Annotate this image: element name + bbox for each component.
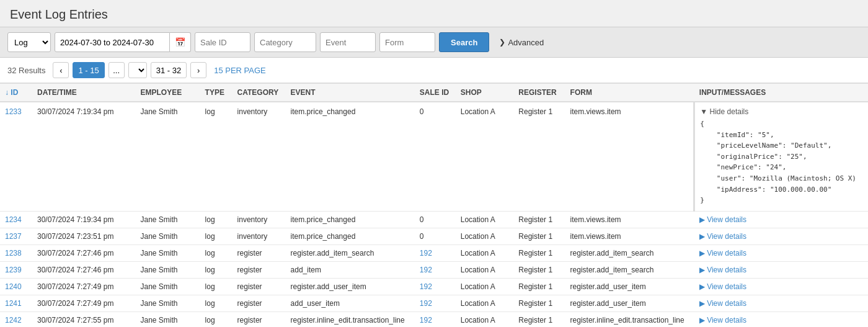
- row-id-link[interactable]: 1238: [5, 249, 22, 258]
- cell-sale-id: 192: [415, 295, 456, 311]
- table-row: 1233 30/07/2024 7:19:34 pm Jane Smith lo…: [0, 102, 868, 211]
- cell-event: register.add_user_item: [286, 278, 415, 295]
- toolbar: Log 📅 Search ❯ Advanced: [0, 27, 868, 58]
- cell-shop: Location A: [456, 102, 514, 211]
- view-details-link[interactable]: ▶ View details: [699, 215, 746, 224]
- prev-icon: ‹: [60, 66, 62, 75]
- cell-details-expanded: ▼ Hide details { "itemId": "5", "priceLe…: [694, 102, 868, 211]
- cell-event: register.add_item_search: [286, 244, 415, 261]
- cell-category: register: [232, 244, 286, 261]
- cell-action: ▶ View details: [694, 244, 868, 261]
- cell-shop: Location A: [456, 228, 514, 244]
- cell-id: 1233: [0, 102, 32, 211]
- cell-event: add_user_item: [286, 295, 415, 311]
- cell-form: register.inline_edit.transaction_line: [565, 311, 694, 327]
- col-form[interactable]: FORM: [565, 84, 694, 102]
- cell-form: item.views.item: [565, 211, 694, 228]
- cell-sale-id: 192: [415, 261, 456, 278]
- col-event[interactable]: EVENT: [286, 84, 415, 102]
- row-id-link[interactable]: 1233: [5, 107, 22, 116]
- cell-register: Register 1: [513, 261, 565, 278]
- col-employee[interactable]: EMPLOYEE: [136, 84, 200, 102]
- view-details-link[interactable]: ▶ View details: [699, 249, 746, 258]
- next-page-button[interactable]: ›: [190, 62, 206, 78]
- cell-register: Register 1: [513, 228, 565, 244]
- category-input[interactable]: [254, 32, 316, 52]
- row-id-link[interactable]: 1239: [5, 266, 22, 274]
- col-type[interactable]: TYPE: [200, 84, 232, 102]
- view-details-link[interactable]: ▶ View details: [699, 299, 746, 308]
- form-input[interactable]: [379, 32, 435, 52]
- cell-sale-id: 0: [415, 102, 456, 211]
- table-row: 1238 30/07/2024 7:27:46 pm Jane Smith lo…: [0, 244, 868, 261]
- table-row: 1242 30/07/2024 7:27:55 pm Jane Smith lo…: [0, 311, 868, 327]
- col-datetime[interactable]: DATE/TIME: [32, 84, 135, 102]
- cell-datetime: 30/07/2024 7:27:55 pm: [32, 311, 135, 327]
- cell-form: item.views.item: [565, 102, 694, 211]
- row-id-link[interactable]: 1242: [5, 316, 22, 325]
- active-page-button[interactable]: 1 - 15: [73, 62, 104, 78]
- cell-employee: Jane Smith: [136, 244, 200, 261]
- last-pages-button[interactable]: 31 - 32: [151, 62, 187, 78]
- cell-id: 1238: [0, 244, 32, 261]
- cell-sale-id: 192: [415, 244, 456, 261]
- view-details-link[interactable]: ▶ View details: [699, 266, 746, 274]
- cell-id: 1237: [0, 228, 32, 244]
- col-category[interactable]: CATEGORY: [232, 84, 286, 102]
- hide-details-toggle[interactable]: ▼ Hide details: [700, 107, 863, 116]
- cell-event: register.inline_edit.transaction_line: [286, 311, 415, 327]
- cell-form: register.add_item_search: [565, 261, 694, 278]
- cell-employee: Jane Smith: [136, 211, 200, 228]
- cell-datetime: 30/07/2024 7:19:34 pm: [32, 211, 135, 228]
- cell-id: 1240: [0, 278, 32, 295]
- cell-type: log: [200, 244, 232, 261]
- cell-shop: Location A: [456, 311, 514, 327]
- search-button[interactable]: Search: [439, 32, 489, 52]
- date-range-wrapper: 📅: [55, 32, 191, 52]
- cell-type: log: [200, 102, 232, 211]
- page-jump-select[interactable]: [128, 62, 147, 78]
- col-id[interactable]: ↓ ID: [0, 84, 32, 102]
- table-header: ↓ ID DATE/TIME EMPLOYEE TYPE CATEGORY EV…: [0, 84, 868, 102]
- cell-datetime: 30/07/2024 7:23:51 pm: [32, 228, 135, 244]
- sale-id-input[interactable]: [195, 32, 250, 52]
- date-range-input[interactable]: [55, 32, 170, 52]
- cell-shop: Location A: [456, 261, 514, 278]
- view-details-link[interactable]: ▶ View details: [699, 316, 746, 325]
- cell-type: log: [200, 228, 232, 244]
- cell-register: Register 1: [513, 278, 565, 295]
- cell-register: Register 1: [513, 295, 565, 311]
- col-shop[interactable]: SHOP: [456, 84, 514, 102]
- results-count: 32 Results: [7, 66, 45, 75]
- col-register[interactable]: REGISTER: [513, 84, 565, 102]
- row-id-link[interactable]: 1241: [5, 299, 22, 308]
- advanced-button[interactable]: ❯ Advanced: [493, 32, 550, 52]
- cell-event: item.price_changed: [286, 102, 415, 211]
- page-header: Event Log Entries: [0, 0, 868, 27]
- cell-id: 1234: [0, 211, 32, 228]
- view-details-link[interactable]: ▶ View details: [699, 282, 746, 291]
- log-type-select[interactable]: Log: [7, 32, 51, 52]
- cell-type: log: [200, 278, 232, 295]
- cell-action: ▶ View details: [694, 261, 868, 278]
- event-input[interactable]: [320, 32, 376, 52]
- cell-sale-id: 0: [415, 211, 456, 228]
- cell-shop: Location A: [456, 244, 514, 261]
- col-sale-id[interactable]: SALE ID: [415, 84, 456, 102]
- calendar-icon-button[interactable]: 📅: [170, 32, 191, 52]
- col-input-messages[interactable]: INPUT/MESSAGES: [694, 84, 868, 102]
- row-id-link[interactable]: 1234: [5, 215, 22, 224]
- row-id-link[interactable]: 1237: [5, 232, 22, 241]
- cell-type: log: [200, 261, 232, 278]
- per-page-link[interactable]: 15 PER PAGE: [214, 66, 266, 75]
- cell-shop: Location A: [456, 295, 514, 311]
- next-icon: ›: [197, 66, 200, 75]
- cell-datetime: 30/07/2024 7:27:46 pm: [32, 261, 135, 278]
- cell-event: item.price_changed: [286, 211, 415, 228]
- view-details-link[interactable]: ▶ View details: [699, 232, 746, 241]
- row-id-link[interactable]: 1240: [5, 282, 22, 291]
- page-title: Event Log Entries: [10, 7, 858, 22]
- prev-page-button[interactable]: ‹: [53, 62, 69, 78]
- ellipsis-button[interactable]: ...: [108, 62, 125, 78]
- cell-category: register: [232, 278, 286, 295]
